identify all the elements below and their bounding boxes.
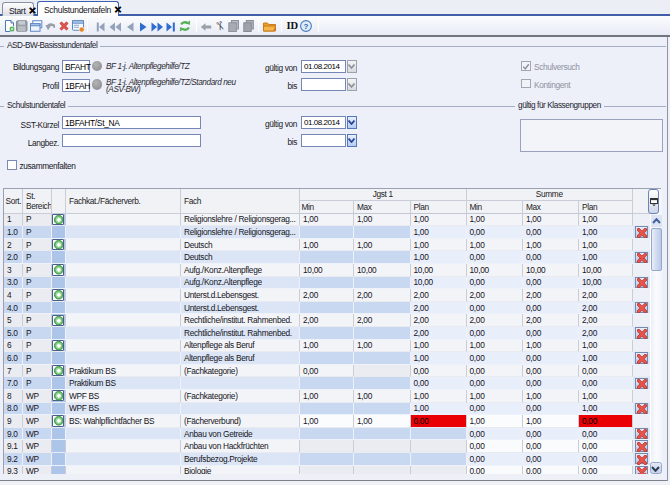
svg-text:?: ? bbox=[304, 21, 309, 30]
